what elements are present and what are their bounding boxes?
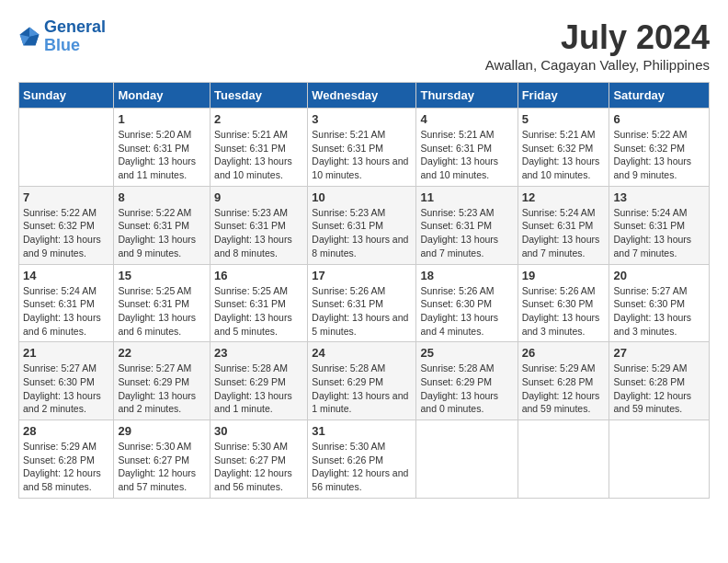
calendar-week-row: 7Sunrise: 5:22 AM Sunset: 6:32 PM Daylig…	[19, 186, 710, 264]
day-info: Sunrise: 5:28 AM Sunset: 6:29 PM Dayligh…	[214, 362, 303, 416]
calendar-cell: 15Sunrise: 5:25 AM Sunset: 6:31 PM Dayli…	[114, 264, 210, 342]
day-number: 27	[613, 346, 705, 360]
day-info: Sunrise: 5:21 AM Sunset: 6:31 PM Dayligh…	[312, 128, 412, 182]
day-info: Sunrise: 5:22 AM Sunset: 6:32 PM Dayligh…	[613, 128, 705, 182]
day-number: 16	[214, 269, 303, 282]
calendar-cell: 26Sunrise: 5:29 AM Sunset: 6:28 PM Dayli…	[518, 342, 609, 420]
day-number: 9	[214, 190, 303, 204]
calendar-cell: 12Sunrise: 5:24 AM Sunset: 6:31 PM Dayli…	[518, 186, 609, 264]
calendar-cell: 7Sunrise: 5:22 AM Sunset: 6:32 PM Daylig…	[19, 186, 114, 264]
day-number: 7	[23, 190, 109, 204]
day-number: 28	[23, 424, 109, 438]
day-info: Sunrise: 5:22 AM Sunset: 6:32 PM Dayligh…	[23, 206, 109, 260]
calendar-cell	[19, 109, 114, 187]
weekday-header: Saturday	[609, 83, 710, 109]
day-number: 17	[312, 269, 412, 282]
calendar-cell: 16Sunrise: 5:25 AM Sunset: 6:31 PM Dayli…	[210, 264, 308, 342]
calendar-week-row: 14Sunrise: 5:24 AM Sunset: 6:31 PM Dayli…	[19, 264, 710, 342]
calendar-week-row: 1Sunrise: 5:20 AM Sunset: 6:31 PM Daylig…	[19, 109, 710, 187]
calendar-cell: 30Sunrise: 5:30 AM Sunset: 6:27 PM Dayli…	[210, 420, 308, 499]
day-number: 15	[118, 269, 206, 282]
day-info: Sunrise: 5:29 AM Sunset: 6:28 PM Dayligh…	[613, 362, 705, 416]
weekday-header: Thursday	[416, 83, 518, 109]
calendar-cell: 11Sunrise: 5:23 AM Sunset: 6:31 PM Dayli…	[416, 186, 518, 264]
calendar-cell: 28Sunrise: 5:29 AM Sunset: 6:28 PM Dayli…	[19, 420, 114, 499]
day-number: 1	[118, 112, 206, 126]
logo-text: GeneralBlue	[44, 18, 106, 55]
calendar-cell: 3Sunrise: 5:21 AM Sunset: 6:31 PM Daylig…	[308, 109, 416, 187]
calendar-cell: 2Sunrise: 5:21 AM Sunset: 6:31 PM Daylig…	[210, 109, 308, 187]
day-info: Sunrise: 5:21 AM Sunset: 6:31 PM Dayligh…	[214, 128, 303, 182]
day-number: 10	[312, 190, 412, 204]
day-number: 8	[118, 190, 206, 204]
day-number: 19	[522, 269, 606, 282]
weekday-header: Wednesday	[308, 83, 416, 109]
day-info: Sunrise: 5:21 AM Sunset: 6:32 PM Dayligh…	[522, 128, 606, 182]
calendar-cell: 8Sunrise: 5:22 AM Sunset: 6:31 PM Daylig…	[114, 186, 210, 264]
calendar-week-row: 21Sunrise: 5:27 AM Sunset: 6:30 PM Dayli…	[19, 342, 710, 420]
logo-icon	[18, 26, 40, 48]
day-info: Sunrise: 5:20 AM Sunset: 6:31 PM Dayligh…	[118, 128, 206, 182]
day-number: 18	[420, 269, 513, 282]
calendar-cell: 24Sunrise: 5:28 AM Sunset: 6:29 PM Dayli…	[308, 342, 416, 420]
day-info: Sunrise: 5:29 AM Sunset: 6:28 PM Dayligh…	[23, 440, 109, 494]
day-info: Sunrise: 5:30 AM Sunset: 6:26 PM Dayligh…	[312, 440, 412, 494]
day-number: 29	[118, 424, 206, 438]
day-number: 5	[522, 112, 606, 126]
weekday-header: Tuesday	[210, 83, 308, 109]
calendar-cell	[518, 420, 609, 499]
day-number: 4	[420, 112, 513, 126]
day-number: 3	[312, 112, 412, 126]
day-info: Sunrise: 5:27 AM Sunset: 6:30 PM Dayligh…	[23, 362, 109, 416]
day-info: Sunrise: 5:30 AM Sunset: 6:27 PM Dayligh…	[214, 440, 303, 494]
calendar-cell: 21Sunrise: 5:27 AM Sunset: 6:30 PM Dayli…	[19, 342, 114, 420]
day-number: 22	[118, 346, 206, 360]
day-info: Sunrise: 5:23 AM Sunset: 6:31 PM Dayligh…	[214, 206, 303, 260]
day-number: 26	[522, 346, 606, 360]
day-info: Sunrise: 5:24 AM Sunset: 6:31 PM Dayligh…	[613, 206, 705, 260]
weekday-header: Sunday	[19, 83, 114, 109]
day-info: Sunrise: 5:23 AM Sunset: 6:31 PM Dayligh…	[312, 206, 412, 260]
day-number: 11	[420, 190, 513, 204]
calendar-cell: 10Sunrise: 5:23 AM Sunset: 6:31 PM Dayli…	[308, 186, 416, 264]
location-title: Awallan, Cagayan Valley, Philippines	[485, 57, 710, 73]
day-number: 6	[613, 112, 705, 126]
day-number: 20	[613, 269, 705, 282]
weekday-header: Friday	[518, 83, 609, 109]
calendar-cell: 29Sunrise: 5:30 AM Sunset: 6:27 PM Dayli…	[114, 420, 210, 499]
page-header: GeneralBlue July 2024 Awallan, Cagayan V…	[18, 18, 710, 73]
day-number: 25	[420, 346, 513, 360]
day-info: Sunrise: 5:21 AM Sunset: 6:31 PM Dayligh…	[420, 128, 513, 182]
day-info: Sunrise: 5:27 AM Sunset: 6:30 PM Dayligh…	[613, 284, 705, 339]
calendar-cell: 20Sunrise: 5:27 AM Sunset: 6:30 PM Dayli…	[609, 264, 710, 342]
calendar-cell: 17Sunrise: 5:26 AM Sunset: 6:31 PM Dayli…	[308, 264, 416, 342]
calendar-week-row: 28Sunrise: 5:29 AM Sunset: 6:28 PM Dayli…	[19, 420, 710, 499]
calendar-cell	[609, 420, 710, 499]
day-info: Sunrise: 5:29 AM Sunset: 6:28 PM Dayligh…	[522, 362, 606, 416]
day-info: Sunrise: 5:24 AM Sunset: 6:31 PM Dayligh…	[23, 284, 109, 339]
calendar-cell: 4Sunrise: 5:21 AM Sunset: 6:31 PM Daylig…	[416, 109, 518, 187]
day-info: Sunrise: 5:28 AM Sunset: 6:29 PM Dayligh…	[420, 362, 513, 416]
day-number: 13	[613, 190, 705, 204]
calendar-cell: 14Sunrise: 5:24 AM Sunset: 6:31 PM Dayli…	[19, 264, 114, 342]
day-info: Sunrise: 5:26 AM Sunset: 6:31 PM Dayligh…	[312, 284, 412, 339]
day-info: Sunrise: 5:26 AM Sunset: 6:30 PM Dayligh…	[522, 284, 606, 339]
title-section: July 2024 Awallan, Cagayan Valley, Phili…	[485, 18, 710, 73]
day-info: Sunrise: 5:23 AM Sunset: 6:31 PM Dayligh…	[420, 206, 513, 260]
day-number: 31	[312, 424, 412, 438]
calendar-cell: 9Sunrise: 5:23 AM Sunset: 6:31 PM Daylig…	[210, 186, 308, 264]
calendar-cell: 27Sunrise: 5:29 AM Sunset: 6:28 PM Dayli…	[609, 342, 710, 420]
day-info: Sunrise: 5:24 AM Sunset: 6:31 PM Dayligh…	[522, 206, 606, 260]
day-info: Sunrise: 5:28 AM Sunset: 6:29 PM Dayligh…	[312, 362, 412, 416]
day-number: 14	[23, 269, 109, 282]
calendar-cell: 5Sunrise: 5:21 AM Sunset: 6:32 PM Daylig…	[518, 109, 609, 187]
day-number: 23	[214, 346, 303, 360]
day-info: Sunrise: 5:25 AM Sunset: 6:31 PM Dayligh…	[118, 284, 206, 339]
day-info: Sunrise: 5:27 AM Sunset: 6:29 PM Dayligh…	[118, 362, 206, 416]
calendar-cell: 22Sunrise: 5:27 AM Sunset: 6:29 PM Dayli…	[114, 342, 210, 420]
calendar-cell: 25Sunrise: 5:28 AM Sunset: 6:29 PM Dayli…	[416, 342, 518, 420]
day-number: 30	[214, 424, 303, 438]
month-title: July 2024	[485, 18, 710, 57]
calendar-table: SundayMondayTuesdayWednesdayThursdayFrid…	[18, 82, 710, 499]
calendar-cell: 31Sunrise: 5:30 AM Sunset: 6:26 PM Dayli…	[308, 420, 416, 499]
